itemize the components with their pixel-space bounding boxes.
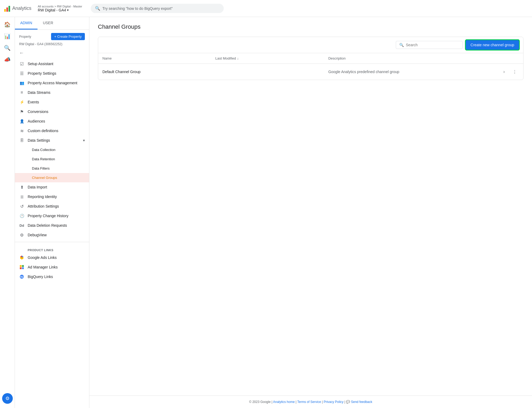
property-change-history-icon: 🕐	[19, 213, 24, 218]
nav-settings-icon[interactable]: ⚙	[2, 393, 13, 404]
sidebar-item-events[interactable]: ⚡ Events	[15, 97, 89, 107]
sidebar-item-label: Google Ads Links	[28, 255, 57, 260]
sidebar-item-data-import[interactable]: ⬆ Data Import	[15, 182, 89, 192]
search-input[interactable]	[102, 6, 219, 11]
sidebar-item-label: Events	[28, 100, 39, 104]
sidebar-item-setup-assistant[interactable]: ☑ Setup Assistant	[15, 59, 89, 69]
sidebar-item-property-access[interactable]: 👥 Property Access Management	[15, 78, 89, 88]
table-toolbar: 🔍 Create new channel group	[98, 37, 523, 53]
sidebar-item-label: Data Settings	[28, 138, 50, 142]
ga-logo-icon	[4, 5, 10, 12]
sidebar-item-data-settings[interactable]: 🗄 Data Settings ▾	[15, 136, 89, 145]
sidebar-item-audiences[interactable]: 👤 Audiences	[15, 116, 89, 126]
back-arrow-icon: ←	[19, 50, 24, 56]
sidebar-item-label: Data Deletion Requests	[28, 223, 67, 228]
row-channel-group-name: Default Channel Group	[102, 70, 215, 74]
create-channel-group-button[interactable]: Create new channel group	[466, 40, 519, 50]
table-header: Name Last Modified ↓ Description	[98, 53, 523, 64]
reporting-identity-icon: ≣	[19, 194, 24, 199]
sidebar-item-debug-view[interactable]: ⚙ DebugView	[15, 230, 89, 240]
sidebar-item-bigquery[interactable]: BQ BigQuery Links	[15, 272, 89, 281]
logo-text: Analytics	[12, 6, 31, 11]
create-property-button[interactable]: + Create Property	[51, 33, 85, 40]
search-bar[interactable]: 🔍	[91, 4, 224, 13]
row-more-options-button[interactable]: ⋮	[510, 68, 519, 76]
sidebar-item-property-change-history[interactable]: 🕐 Property Change History	[15, 211, 89, 221]
row-actions: › ⋮	[498, 68, 519, 76]
tab-admin[interactable]: ADMIN	[15, 17, 38, 30]
sidebar-item-channel-groups[interactable]: Channel Groups	[15, 173, 89, 182]
svg-rect-1	[22, 265, 24, 267]
sidebar-item-conversions[interactable]: ⚑ Conversions	[15, 107, 89, 116]
table-search-container[interactable]: 🔍	[396, 41, 463, 49]
page-title: Channel Groups	[98, 23, 523, 30]
svg-rect-2	[20, 267, 22, 269]
content-area: Channel Groups 🔍 Create new channel grou…	[89, 17, 532, 396]
sidebar-item-label: Property Change History	[28, 214, 68, 218]
admin-panel: ADMIN USER Property + Create Property RW…	[15, 17, 89, 408]
row-description: Google Analytics predefined channel grou…	[328, 70, 498, 74]
icon-nav: 🏠 📊 🔍 📣 ⚙	[0, 17, 15, 408]
footer-feedback[interactable]: Send feedback	[351, 400, 372, 404]
nav-home-icon[interactable]: 🏠	[2, 19, 13, 30]
conversions-icon: ⚑	[19, 109, 24, 114]
account-name[interactable]: RW Digital - GA4 ▾	[38, 8, 82, 12]
sidebar-item-label: DebugView	[28, 233, 47, 237]
google-ads-icon	[19, 255, 24, 260]
sidebar-item-custom-definitions[interactable]: ≋ Custom definitions	[15, 126, 89, 136]
sidebar-item-data-deletion[interactable]: Dd Data Deletion Requests	[15, 221, 89, 230]
content-wrapper: Channel Groups 🔍 Create new channel grou…	[89, 17, 532, 408]
data-import-icon: ⬆	[19, 184, 24, 190]
sidebar-item-label: Property Settings	[28, 71, 56, 75]
attribution-settings-icon: ↺	[19, 204, 24, 209]
footer-analytics-home[interactable]: Analytics home	[273, 400, 295, 404]
ad-manager-icon	[19, 264, 24, 270]
sidebar-item-label: Data Streams	[28, 90, 51, 95]
sidebar-item-attribution-settings[interactable]: ↺ Attribution Settings	[15, 201, 89, 211]
logo-bar-3	[9, 6, 10, 12]
sort-down-icon[interactable]: ↓	[237, 57, 239, 60]
nav-section: ☑ Setup Assistant ☰ Property Settings 👥 …	[15, 58, 89, 283]
account-selector[interactable]: All accounts > RW Digital - Master RW Di…	[38, 5, 82, 12]
table-row: Default Channel Group Google Analytics p…	[98, 64, 523, 80]
footer-privacy[interactable]: Privacy Policy	[324, 400, 344, 404]
setup-assistant-icon: ☑	[19, 61, 24, 66]
row-chevron-button[interactable]: ›	[500, 68, 508, 76]
sidebar-item-reporting-identity[interactable]: ≣ Reporting Identity	[15, 192, 89, 201]
sidebar-item-data-filters[interactable]: Data Filters	[15, 164, 89, 173]
feedback-icon: 💬	[346, 400, 350, 404]
logo-bar-1	[4, 9, 6, 12]
col-header-modified: Last Modified ↓	[215, 56, 329, 60]
property-label: Property	[19, 35, 31, 39]
tab-user[interactable]: USER	[38, 17, 59, 30]
sidebar-item-label: Channel Groups	[32, 176, 57, 180]
account-path: All accounts > RW Digital - Master	[38, 5, 82, 8]
data-deletion-icon: Dd	[19, 223, 24, 228]
logo: Analytics	[4, 5, 31, 12]
sidebar-item-label: Data Filters	[32, 166, 49, 170]
sidebar-item-property-settings[interactable]: ☰ Property Settings	[15, 69, 89, 78]
back-button[interactable]: ←	[15, 48, 89, 58]
nav-advertising-icon[interactable]: 📣	[2, 54, 13, 65]
sidebar-item-label: Audiences	[28, 119, 45, 123]
nav-reports-icon[interactable]: 📊	[2, 31, 13, 41]
top-bar: Analytics All accounts > RW Digital - Ma…	[0, 0, 532, 17]
sidebar-item-google-ads[interactable]: Google Ads Links	[15, 253, 89, 262]
sidebar-item-data-streams[interactable]: ≡ Data Streams	[15, 88, 89, 97]
sidebar-item-label: Data Import	[28, 185, 47, 189]
sidebar-item-data-collection[interactable]: Data Collection	[15, 145, 89, 154]
sidebar-item-label: Data Retention	[32, 157, 55, 161]
bigquery-icon: BQ	[19, 274, 24, 279]
property-access-icon: 👥	[19, 80, 24, 86]
nav-explore-icon[interactable]: 🔍	[2, 43, 13, 53]
sidebar-item-label: Attribution Settings	[28, 204, 59, 208]
sidebar-item-label: Data Collection	[32, 148, 55, 152]
svg-text:BQ: BQ	[20, 276, 23, 278]
footer-copy: © 2023 Google	[249, 400, 271, 404]
search-icon: 🔍	[95, 6, 100, 11]
footer-terms[interactable]: Terms of Service	[297, 400, 321, 404]
sidebar-item-ad-manager[interactable]: Ad Manager Links	[15, 262, 89, 272]
sidebar-item-data-retention[interactable]: Data Retention	[15, 154, 89, 164]
expand-icon: ▾	[83, 138, 85, 142]
table-search-input[interactable]	[406, 43, 459, 47]
